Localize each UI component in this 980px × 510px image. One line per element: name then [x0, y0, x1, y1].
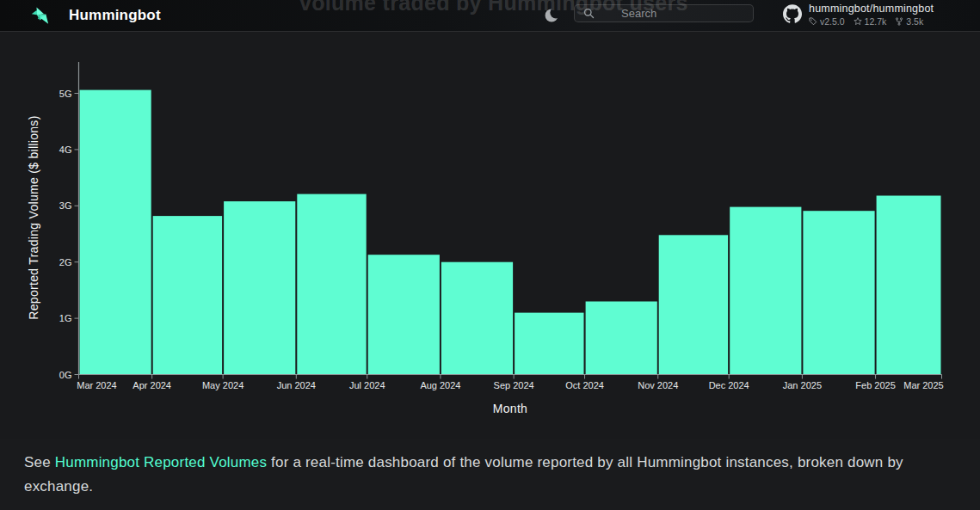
bar-apr-2024[interactable]: [153, 216, 222, 374]
x-tick-label: Feb 2025: [855, 380, 895, 390]
star-icon: [854, 17, 862, 26]
bar-dec-2024[interactable]: [730, 207, 801, 375]
home-link[interactable]: Hummingbot: [31, 0, 161, 31]
bar-oct-2024[interactable]: [586, 302, 657, 375]
x-tick-label: Sep 2024: [494, 380, 534, 390]
y-tick-label: 5G: [59, 89, 72, 99]
bar-jan-2025[interactable]: [803, 211, 874, 374]
search-input[interactable]: [574, 4, 754, 22]
repo-forks: 3.5k: [895, 16, 923, 27]
bar-mar-2024[interactable]: [80, 90, 151, 375]
x-tick-label: Apr 2024: [133, 380, 171, 390]
hummingbird-logo-icon: [31, 6, 51, 26]
dark-mode-toggle[interactable]: [543, 4, 562, 25]
brand-title: Hummingbot: [69, 7, 161, 24]
app-header: volume traded by Hummingbot users Hummin…: [0, 0, 980, 32]
y-tick-label: 0G: [59, 370, 72, 380]
y-tick-label: 1G: [59, 313, 72, 323]
github-repo-name: hummingbot/hummingbot: [809, 3, 934, 15]
tag-icon: [809, 17, 817, 26]
bar-may-2024[interactable]: [224, 201, 295, 374]
bar-nov-2024[interactable]: [659, 235, 728, 374]
x-tick-label: May 2024: [202, 380, 243, 390]
fork-icon: [895, 17, 903, 26]
x-tick-label: Oct 2024: [565, 380, 604, 390]
repo-version: v2.5.0: [809, 16, 845, 27]
bar-feb-2025[interactable]: [877, 196, 941, 375]
y-tick-label: 4G: [59, 144, 72, 155]
reported-volumes-link[interactable]: Hummingbot Reported Volumes: [55, 454, 267, 470]
bar-jul-2024[interactable]: [368, 255, 440, 374]
bar-jun-2024[interactable]: [297, 194, 366, 375]
volume-chart: 0G1G2G3G4G5GMar 2024Apr 2024May 2024Jun …: [0, 32, 980, 439]
repo-stars: 12.7k: [854, 16, 887, 27]
search-container: [574, 4, 754, 22]
x-tick-label: Jan 2025: [783, 380, 822, 390]
volume-chart-svg: 0G1G2G3G4G5GMar 2024Apr 2024May 2024Jun …: [0, 32, 980, 439]
x-tick-label: Jun 2024: [277, 380, 316, 390]
github-repo-link[interactable]: hummingbot/hummingbot v2.5.0 12.7k: [783, 3, 934, 27]
x-tick-label: Dec 2024: [709, 380, 749, 390]
y-axis-title: Reported Trading Volume ($ billions): [27, 115, 40, 319]
github-icon: [783, 4, 802, 23]
x-tick-label: Mar 2024: [77, 380, 116, 390]
moon-icon: [543, 4, 562, 25]
bar-aug-2024[interactable]: [441, 262, 513, 375]
footer-text-before: See: [24, 454, 55, 470]
x-tick-label: Aug 2024: [420, 380, 460, 390]
x-tick-label: Mar 2025: [903, 380, 943, 390]
y-tick-label: 3G: [59, 200, 72, 211]
bar-sep-2024[interactable]: [515, 313, 583, 375]
x-tick-label: Nov 2024: [638, 380, 678, 390]
github-repo-stats: v2.5.0 12.7k 3.5k: [809, 16, 934, 27]
x-tick-label: Jul 2024: [349, 380, 385, 390]
footer-paragraph: See Hummingbot Reported Volumes for a re…: [24, 451, 954, 498]
y-tick-label: 2G: [59, 257, 72, 267]
x-axis-title: Month: [493, 402, 527, 415]
